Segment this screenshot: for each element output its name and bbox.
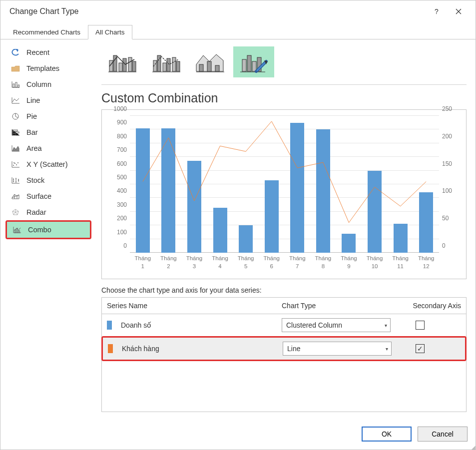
sidebar: Recent Templates Column Line Pie Bar — [0, 39, 94, 419]
sidebar-item-label: Column — [22, 80, 51, 88]
sidebar-item-area[interactable]: Area — [5, 140, 91, 156]
x-axis-label: Tháng8 — [309, 253, 337, 270]
series-name-label: Khách hàng — [122, 345, 159, 353]
y-axis-left-label: 900 — [110, 119, 127, 126]
line-icon — [8, 97, 22, 104]
cancel-button[interactable]: Cancel — [418, 427, 468, 442]
x-axis-label: Tháng10 — [361, 253, 389, 270]
sidebar-item-bar[interactable]: Bar — [5, 124, 91, 140]
series-header-type: Chart Type — [277, 298, 402, 314]
x-axis-label: Tháng3 — [180, 253, 208, 270]
y-axis-right-label: 200 — [442, 133, 462, 140]
svg-rect-0 — [13, 84, 14, 87]
svg-rect-1 — [15, 82, 17, 87]
secondary-axis-checkbox[interactable]: ✓ — [416, 344, 425, 353]
y-axis-right-label: 50 — [442, 215, 462, 222]
close-icon — [456, 8, 462, 14]
tab-recommended-charts[interactable]: Recommended Charts — [5, 25, 88, 39]
combo-subtype-clustered-column-line-secondary[interactable] — [145, 46, 186, 77]
combo-subtype-stacked-area-clustered-column[interactable] — [189, 46, 230, 77]
x-axis-label: Tháng9 — [335, 253, 363, 270]
sidebar-item-stock[interactable]: Stock — [5, 172, 91, 188]
close-button[interactable] — [448, 1, 470, 21]
sidebar-item-label: Area — [22, 144, 42, 152]
x-axis-label: Tháng1 — [129, 253, 157, 270]
radar-icon — [8, 209, 22, 216]
scatter-icon — [8, 161, 22, 168]
svg-rect-28 — [207, 61, 211, 71]
tab-all-charts[interactable]: All Charts — [88, 25, 132, 39]
recent-icon — [8, 49, 22, 56]
x-axis-label: Tháng2 — [154, 253, 182, 270]
surface-icon — [8, 193, 22, 200]
y-axis-left-label: 1000 — [110, 105, 127, 112]
dialog-title: Change Chart Type — [9, 7, 426, 16]
y-axis-left-label: 100 — [110, 229, 127, 236]
svg-rect-30 — [242, 59, 246, 71]
sidebar-item-surface[interactable]: Surface — [5, 188, 91, 204]
x-axis-label: Tháng5 — [232, 253, 260, 270]
secondary-axis-checkbox[interactable] — [416, 321, 425, 330]
svg-rect-31 — [247, 55, 251, 71]
svg-point-7 — [13, 165, 14, 166]
sidebar-item-templates[interactable]: Templates — [5, 60, 91, 76]
sidebar-item-label: Templates — [22, 64, 59, 72]
chevron-down-icon: ▾ — [385, 323, 387, 328]
sidebar-item-label: Surface — [22, 192, 51, 200]
sidebar-item-pie[interactable]: Pie — [5, 108, 91, 124]
x-axis-label: Tháng6 — [258, 253, 286, 270]
svg-rect-23 — [163, 63, 166, 71]
y-axis-left-label: 300 — [110, 201, 127, 208]
y-axis-left-label: 700 — [110, 146, 127, 153]
series-help-text: Choose the chart type and axis for your … — [101, 286, 467, 294]
sidebar-item-label: Bar — [22, 128, 38, 136]
stock-icon — [8, 177, 22, 184]
x-axis-label: Tháng7 — [283, 253, 311, 270]
column-icon — [8, 81, 22, 88]
series-row: Khách hàng Line ▾ ✓ — [103, 338, 465, 360]
combo-subtype-custom[interactable] — [233, 46, 274, 77]
y-axis-left-label: 500 — [110, 174, 127, 181]
sidebar-item-label: X Y (Scatter) — [22, 160, 67, 168]
svg-rect-24 — [167, 58, 170, 71]
x-axis-label: Tháng12 — [412, 253, 440, 270]
series-name-label: Doanh số — [121, 321, 151, 329]
y-axis-right-label: 100 — [442, 187, 462, 194]
bar-icon — [8, 129, 22, 136]
sidebar-item-line[interactable]: Line — [5, 92, 91, 108]
templates-icon — [8, 65, 22, 72]
sidebar-item-column[interactable]: Column — [5, 76, 91, 92]
series-header-axis: Secondary Axis — [402, 298, 466, 314]
x-axis-label: Tháng4 — [206, 253, 234, 270]
y-axis-left-label: 200 — [110, 215, 127, 222]
series-swatch — [107, 321, 112, 330]
svg-point-11 — [13, 162, 14, 163]
titlebar: Change Chart Type ? — [0, 0, 476, 22]
change-chart-type-dialog: Change Chart Type ? Recommended Charts A… — [0, 0, 476, 450]
ok-button[interactable]: OK — [362, 427, 412, 442]
series-swatch — [108, 344, 113, 353]
y-axis-left-label: 600 — [110, 160, 127, 167]
chart-preview: 0100200300400500600700800900100005010015… — [101, 109, 467, 279]
svg-rect-29 — [215, 65, 219, 71]
resize-grip[interactable]: ◢ — [472, 446, 475, 449]
dialog-footer: OK Cancel — [0, 419, 476, 450]
svg-rect-20 — [132, 61, 136, 71]
svg-rect-18 — [123, 58, 126, 71]
y-axis-right-label: 250 — [442, 105, 462, 112]
sidebar-item-scatter[interactable]: X Y (Scatter) — [5, 156, 91, 172]
svg-rect-14 — [18, 231, 20, 233]
chart-line — [130, 116, 439, 253]
svg-rect-2 — [18, 85, 19, 87]
sidebar-item-recent[interactable]: Recent — [5, 44, 91, 60]
y-axis-right-label: 0 — [442, 242, 462, 249]
sidebar-item-radar[interactable]: Radar — [5, 204, 91, 220]
main-panel: Custom Combination 010020030040050060070… — [94, 39, 476, 419]
help-button[interactable]: ? — [426, 1, 448, 21]
series-chart-type-select[interactable]: Clustered Column ▾ — [282, 318, 391, 332]
series-chart-type-select[interactable]: Line ▾ — [283, 342, 392, 356]
combo-subtype-clustered-column-line[interactable] — [101, 46, 142, 77]
sidebar-item-combo[interactable]: Combo — [7, 222, 90, 238]
svg-point-8 — [14, 163, 15, 164]
sidebar-item-label: Recent — [22, 48, 49, 56]
